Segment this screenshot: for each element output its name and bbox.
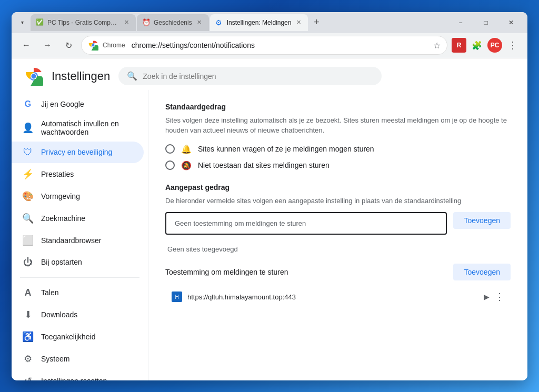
resetten-icon: ↺ [22, 375, 34, 380]
sidebar-label-downloads: Downloads [41, 310, 77, 319]
sidebar-label-talen: Talen [41, 288, 58, 297]
minimize-button[interactable]: − [448, 14, 473, 31]
privacy-icon: 🛡 [22, 147, 34, 158]
autofill-icon: 👤 [22, 122, 34, 134]
main-content: Standaardgedrag Sites volgen deze instel… [148, 90, 527, 380]
toevoegen-button-1[interactable]: Toevoegen [453, 212, 511, 229]
bell-off-icon: 🔕 [181, 160, 192, 170]
menu-button[interactable]: ⋮ [504, 37, 521, 54]
aangepast-title: Aangepast gedrag [165, 183, 511, 192]
search-icon: 🔍 [127, 71, 137, 81]
search-bar[interactable]: 🔍 [118, 67, 382, 85]
standaard-desc: Sites volgen deze instelling automatisch… [165, 115, 511, 136]
sidebar-item-resetten[interactable]: ↺ Instellingen resetten [12, 370, 144, 380]
systeem-icon: ⚙ [22, 353, 34, 365]
radio-group: 🔔 Sites kunnen vragen of ze je meldingen… [165, 144, 511, 170]
tab-label-1: PC Tips - Gratis Computer Tips... [47, 19, 119, 26]
radio-circle-1[interactable] [165, 144, 175, 154]
radio-circle-2[interactable] [165, 160, 175, 170]
sidebar-item-talen[interactable]: A Talen [12, 282, 144, 304]
search-input[interactable] [143, 72, 373, 81]
svg-point-2 [92, 44, 95, 47]
sidebar: G Jij en Google 👤 Automatisch invullen e… [12, 90, 148, 380]
site-menu-icon[interactable]: ⋮ [495, 291, 504, 303]
sidebar-label-privacy: Privacy en beveiliging [41, 148, 112, 156]
maximize-button[interactable]: □ [474, 14, 498, 31]
geen-toestemming-title: Geen toestemming om meldingen te sturen [175, 219, 437, 227]
toestemming-title: Toestemming om meldingen te sturen [165, 268, 288, 276]
talen-icon: A [22, 287, 34, 298]
tab-label-3: Instellingen: Meldingen [227, 19, 292, 26]
star-icon[interactable]: ☆ [433, 41, 441, 51]
tab-dropdown-btn[interactable]: ▾ [16, 16, 28, 29]
tab-instellingen[interactable]: ⚙ Instellingen: Meldingen ✕ [210, 14, 308, 31]
close-button[interactable]: ✕ [499, 14, 523, 31]
sidebar-item-autofill[interactable]: 👤 Automatisch invullen en wachtwoorden [12, 114, 144, 142]
zoekmachine-icon: 🔍 [22, 213, 34, 224]
tab-bar: ✅ PC Tips - Gratis Computer Tips... ✕ ⏰ … [31, 14, 442, 31]
sidebar-item-toegankelijkheid[interactable]: ♿ Toegankelijkheid [12, 326, 144, 348]
raindrop-extension-btn[interactable]: R [452, 38, 466, 53]
new-tab-button[interactable]: + [309, 15, 324, 30]
address-bar-container[interactable]: Chrome ☆ [81, 36, 447, 55]
sidebar-item-downloads[interactable]: ⬇ Downloads [12, 304, 144, 326]
sidebar-item-standaardbrowser[interactable]: ⬜ Standaardbrowser [12, 229, 144, 252]
sidebar-item-opstarten[interactable]: ⏻ Bij opstarten [12, 252, 144, 273]
tab-pc-tips[interactable]: ✅ PC Tips - Gratis Computer Tips... ✕ [31, 14, 136, 31]
sidebar-item-vormgeving[interactable]: 🎨 Vormgeving [12, 185, 144, 207]
settings-title: Instellingen [52, 69, 110, 83]
prestaties-icon: ⚡ [22, 168, 34, 180]
radio-item-2[interactable]: 🔕 Niet toestaan dat sites meldingen stur… [165, 160, 511, 170]
address-bar[interactable] [132, 41, 429, 49]
forward-button[interactable]: → [39, 37, 56, 54]
vormgeving-icon: 🎨 [22, 190, 34, 202]
standaard-title: Standaardgedrag [165, 103, 511, 111]
tab-favicon-3: ⚙ [215, 18, 224, 27]
aangepast-desc: De hieronder vermelde sites volgen een a… [165, 196, 511, 206]
toolbar-actions: R 🧩 PC ⋮ [452, 37, 521, 54]
radio-label-2: Niet toestaan dat sites meldingen sturen [198, 161, 330, 169]
svg-point-5 [32, 74, 36, 78]
title-bar: ▾ ✅ PC Tips - Gratis Computer Tips... ✕ … [12, 12, 527, 33]
back-button[interactable]: ← [18, 37, 35, 54]
standaardbrowser-icon: ⬜ [22, 235, 34, 246]
tab-close-2[interactable]: ✕ [195, 18, 204, 27]
toegankelijkheid-icon: ♿ [22, 331, 34, 343]
site-row[interactable]: H https://qltuh.himalayamount.top:443 ▶ … [165, 287, 511, 307]
sidebar-label-standaardbrowser: Standaardbrowser [41, 236, 101, 245]
profile-avatar-btn[interactable]: PC [487, 38, 502, 53]
tab-favicon-2: ⏰ [142, 18, 151, 27]
geen-toestemming-block: Geen toestemming om meldingen te sturen [165, 212, 447, 235]
reload-button[interactable]: ↻ [60, 37, 77, 54]
extension-icon-btn[interactable]: 🧩 [468, 37, 485, 54]
sidebar-label-zoekmachine: Zoekmachine [41, 214, 85, 223]
sidebar-item-prestaties[interactable]: ⚡ Prestaties [12, 163, 144, 185]
sidebar-label-prestaties: Prestaties [41, 170, 74, 178]
sidebar-item-privacy[interactable]: 🛡 Privacy en beveiliging [12, 142, 144, 163]
toestemming-section: Toestemming om meldingen te sturen Toevo… [165, 264, 511, 307]
settings-container: Instellingen 🔍 G Jij en Google 👤 Automat… [12, 58, 527, 380]
google-icon: G [22, 99, 34, 109]
browser-window: ▾ ✅ PC Tips - Gratis Computer Tips... ✕ … [12, 12, 527, 380]
toolbar: ← → ↻ Chrome ☆ R 🧩 PC ⋮ [12, 33, 527, 58]
sidebar-item-zoekmachine[interactable]: 🔍 Zoekmachine [12, 207, 144, 229]
custom-behavior-section: Aangepast gedrag De hieronder vermelde s… [165, 183, 511, 307]
sidebar-label-jij-en-google: Jij en Google [41, 100, 84, 108]
toestemming-header: Toestemming om meldingen te sturen Toevo… [165, 264, 511, 280]
tab-geschiedenis[interactable]: ⏰ Geschiedenis ✕ [137, 14, 209, 31]
radio-label-1: Sites kunnen vragen of ze je meldingen m… [198, 145, 374, 153]
sidebar-item-systeem[interactable]: ⚙ Systeem [12, 348, 144, 370]
radio-item-1[interactable]: 🔔 Sites kunnen vragen of ze je meldingen… [165, 144, 511, 154]
sidebar-label-toegankelijkheid: Toegankelijkheid [41, 333, 96, 341]
tab-close-1[interactable]: ✕ [122, 18, 131, 27]
site-favicon: H [172, 292, 182, 302]
site-arrow-icon: ▶ [484, 293, 490, 301]
page-layout: G Jij en Google 👤 Automatisch invullen e… [12, 90, 527, 380]
sidebar-item-jij-en-google[interactable]: G Jij en Google [12, 94, 144, 114]
chrome-logo-icon [88, 40, 98, 51]
sidebar-label-autofill: Automatisch invullen en wachtwoorden [41, 119, 133, 136]
tab-label-2: Geschiedenis [154, 19, 192, 26]
toevoegen-button-2[interactable]: Toevoegen [453, 264, 511, 280]
opstarten-icon: ⏻ [22, 257, 34, 268]
tab-close-3[interactable]: ✕ [294, 18, 303, 27]
